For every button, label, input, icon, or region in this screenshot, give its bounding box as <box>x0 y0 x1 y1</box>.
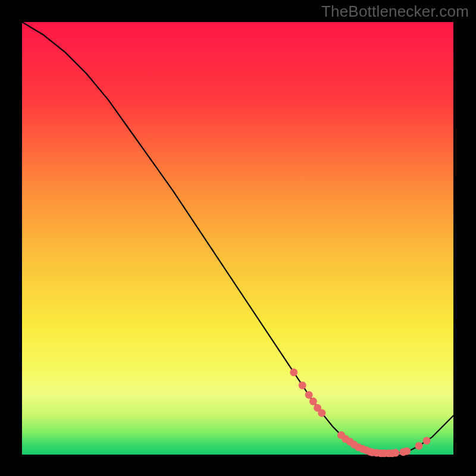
chart-background <box>22 22 453 455</box>
chart-dot <box>290 368 298 376</box>
bottleneck-chart <box>0 0 476 476</box>
chart-dot <box>392 449 399 457</box>
chart-dot <box>305 391 313 399</box>
chart-dot <box>403 447 411 455</box>
chart-dot <box>299 381 306 389</box>
chart-dot <box>309 397 317 405</box>
chart-dot <box>415 442 423 450</box>
chart-dot <box>318 409 325 417</box>
watermark-label: TheBottlenecker.com <box>321 2 469 21</box>
chart-dot <box>423 437 431 444</box>
